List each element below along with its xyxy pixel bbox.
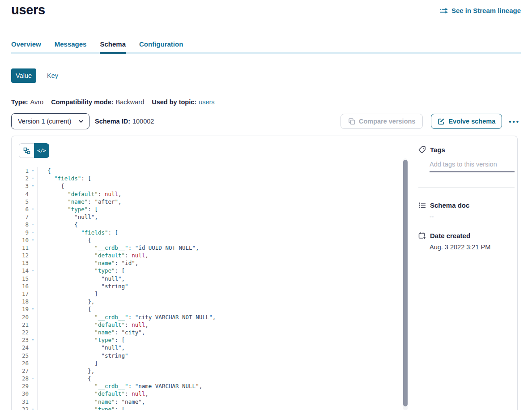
value-tab-button[interactable]: Value xyxy=(11,68,36,83)
line-number: 13 xyxy=(12,259,29,267)
line-number: 21 xyxy=(12,321,29,329)
line-number: 11 xyxy=(12,244,29,252)
code-line: 9▾ "fields": [ xyxy=(12,229,402,236)
code-line-text: "__crdb__": "city VARCHAR NOT NULL", xyxy=(37,313,402,321)
line-number: 17 xyxy=(12,290,29,298)
compatibility-label: Compatibility mode: xyxy=(51,98,113,106)
fold-spacer xyxy=(29,298,37,305)
line-number: 25 xyxy=(12,352,29,359)
code-line: 2▾ "fields": [ xyxy=(12,175,402,182)
tags-section-header: Tags xyxy=(418,146,445,154)
code-line-text: "fields": [ xyxy=(37,175,402,182)
fold-spacer xyxy=(29,382,37,390)
line-number: 12 xyxy=(12,252,29,259)
list-icon xyxy=(418,201,426,209)
line-number: 16 xyxy=(12,282,29,290)
topic-link[interactable]: users xyxy=(199,98,214,106)
schema-id: Schema ID:100002 xyxy=(95,118,154,125)
line-number: 29 xyxy=(12,382,29,390)
tabs: OverviewMessagesSchemaConfiguration xyxy=(11,40,521,52)
fold-spacer xyxy=(29,352,37,359)
code-line-text: "null", xyxy=(37,275,402,282)
fold-toggle-icon[interactable]: ▾ xyxy=(29,236,37,244)
code-line: 32▾ "type": [ xyxy=(12,406,402,410)
code-view-button[interactable]: </> xyxy=(34,143,49,158)
fold-spacer xyxy=(29,259,37,267)
line-number: 32 xyxy=(12,406,29,410)
code-line: 18 }, xyxy=(12,298,402,305)
fold-toggle-icon[interactable]: ▾ xyxy=(29,267,37,274)
compare-versions-label: Compare versions xyxy=(359,118,416,125)
code-line: 10▾ { xyxy=(12,236,402,244)
fold-toggle-icon[interactable]: ▾ xyxy=(29,229,37,236)
fold-spacer xyxy=(29,198,37,205)
calendar-plus-icon xyxy=(418,232,426,239)
schema-sidebar: Tags Schema doc -- xyxy=(411,136,517,410)
used-by-topic-meta: Used by topic:users xyxy=(152,98,214,106)
code-line: 20 "__crdb__": "city VARCHAR NOT NULL", xyxy=(12,313,402,321)
see-in-stream-lineage-link[interactable]: See in Stream lineage xyxy=(439,7,521,14)
scrollbar-thumb[interactable] xyxy=(403,160,408,406)
schema-panel: </> 1▾{2▾ "fields": [3▾ {4 "default": nu… xyxy=(11,136,518,410)
code-line-text: "name": "name", xyxy=(37,398,402,406)
tab-schema[interactable]: Schema xyxy=(100,40,126,48)
date-created-heading: Date created xyxy=(430,232,470,239)
chevron-down-icon xyxy=(78,119,84,124)
fold-toggle-icon[interactable]: ▾ xyxy=(29,182,37,190)
code-line-text: ] xyxy=(37,290,402,298)
evolve-schema-button[interactable]: Evolve schema xyxy=(431,114,502,129)
version-bar: Version 1 (current) Schema ID:100002 Com… xyxy=(11,113,521,129)
code-line: 4 "default": null, xyxy=(12,190,402,198)
line-number: 28 xyxy=(12,375,29,382)
code-line: 1▾{ xyxy=(12,167,402,175)
tab-overview[interactable]: Overview xyxy=(11,40,41,48)
tree-view-button[interactable] xyxy=(19,143,34,158)
version-select[interactable]: Version 1 (current) xyxy=(11,113,89,129)
key-tab-link[interactable]: Key xyxy=(47,72,58,79)
fold-toggle-icon[interactable]: ▾ xyxy=(29,305,37,313)
code-line: 26 ] xyxy=(12,359,402,367)
code-line-text: }, xyxy=(37,367,402,375)
code-line: 31 "name": "name", xyxy=(12,398,402,406)
line-number: 22 xyxy=(12,329,29,336)
fold-spacer xyxy=(29,390,37,397)
line-number: 23 xyxy=(12,336,29,344)
code-line: 3▾ { xyxy=(12,182,402,190)
tab-configuration[interactable]: Configuration xyxy=(139,40,183,48)
line-number: 4 xyxy=(12,190,29,198)
code-line: 19▾ { xyxy=(12,305,402,313)
date-created-section-header: Date created xyxy=(418,232,470,239)
fold-toggle-icon[interactable]: ▾ xyxy=(29,336,37,344)
schema-doc-heading: Schema doc xyxy=(430,201,469,209)
code-line-text: { xyxy=(37,236,402,244)
code-line-text: "default": null, xyxy=(37,190,402,198)
code-line-text: "null", xyxy=(37,344,402,351)
fold-toggle-icon[interactable]: ▾ xyxy=(29,375,37,382)
more-options-button[interactable]: ••• xyxy=(508,118,521,125)
fold-toggle-icon[interactable]: ▾ xyxy=(29,167,37,175)
topic-label: Used by topic: xyxy=(152,98,196,106)
code-line: 25 "string" xyxy=(12,352,402,359)
code-line-text: { xyxy=(37,375,402,382)
fold-toggle-icon[interactable]: ▾ xyxy=(29,205,37,213)
line-number: 30 xyxy=(12,390,29,397)
fold-spacer xyxy=(29,190,37,198)
fold-toggle-icon[interactable]: ▾ xyxy=(29,406,37,410)
line-number: 24 xyxy=(12,344,29,351)
code-line-text: "type": [ xyxy=(37,406,402,410)
line-number: 15 xyxy=(12,275,29,282)
add-tags-input[interactable] xyxy=(430,159,515,172)
fold-toggle-icon[interactable]: ▾ xyxy=(29,175,37,182)
fold-toggle-icon[interactable]: ▾ xyxy=(29,221,37,228)
tab-messages[interactable]: Messages xyxy=(55,40,87,48)
code-line: 5 "name": "after", xyxy=(12,198,402,205)
stream-lineage-icon xyxy=(439,8,448,14)
fold-spacer xyxy=(29,213,37,221)
code-line-text: "__crdb__": "name VARCHAR NULL", xyxy=(37,382,402,390)
code-line-text: { xyxy=(37,182,402,190)
code-line-text: "string" xyxy=(37,352,402,359)
compare-versions-button[interactable]: Compare versions xyxy=(340,114,423,129)
code-line-text: "type": [ xyxy=(37,267,402,274)
type-value: Avro xyxy=(30,98,44,106)
line-number: 2 xyxy=(12,175,29,182)
